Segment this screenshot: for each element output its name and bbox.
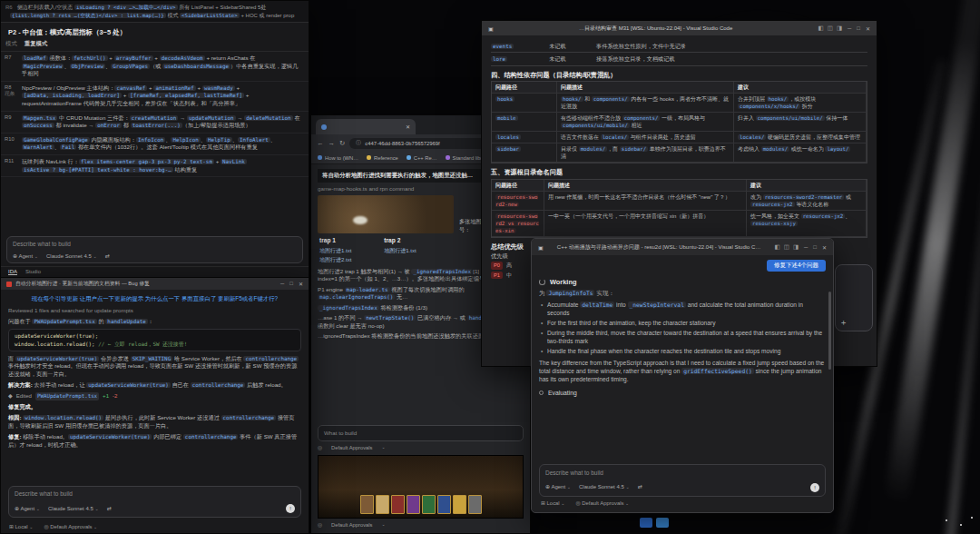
session-footer: ⊞ Local ⌄ ◎ Default Approvals ⌄	[1, 522, 309, 533]
window-vscode-chat: ▣ C++ 动画播放与寻路动画异步问题 - resu2d [WSL: Ubunt…	[531, 238, 834, 513]
model-dropdown[interactable]: Claude Sonnet 4.5 ⌄	[579, 483, 630, 491]
workspace-dropdown[interactable]: ⊞ Local ⌄	[541, 499, 565, 508]
vscode-logo-icon: ▣	[488, 25, 494, 32]
edited-file-row[interactable]: ◆ Edited PWAUpdatePrompt.tsx +1 -2	[8, 392, 301, 400]
chat-input[interactable]: Describe what to build ⊕ Agent ⌄ Claude …	[539, 464, 826, 496]
chat-input[interactable]: Describe what to build ⊕ Agent ⌄ Claude …	[8, 486, 301, 518]
tools-icon[interactable]: ⇄	[638, 483, 642, 491]
bookmark-favicon	[446, 155, 450, 160]
trap-file-link[interactable]: 地图行进1.txt	[319, 247, 351, 255]
close-icon[interactable]: ✕	[822, 244, 827, 251]
window-title: C++ 动画播放与寻路动画异步问题 - resu2d [WSL: Ubuntu-…	[549, 243, 769, 252]
layout-panel-icon[interactable]: ◫	[784, 243, 789, 251]
summary-line: R6侧边栏列表载入/空状态 isLoading ? <div …>…加载中…</…	[5, 4, 304, 12]
chat-input[interactable]: Describe what to build ⊕ Agent ⌄ Claude …	[6, 236, 303, 263]
working-status: Working	[539, 278, 826, 286]
add-context-icon[interactable]: ＋	[839, 319, 848, 327]
title-bar[interactable]: 自动分析地图行进 · 更新当前地图的文档资料 — Bug 修复 ─□✕	[1, 278, 309, 290]
reload-icon[interactable]: ↻	[339, 139, 345, 147]
send-button[interactable]: ↑	[286, 504, 295, 513]
agent-dropdown[interactable]: ⊕ Agent ⌄	[545, 483, 571, 491]
unit-portrait	[453, 495, 466, 514]
trap1-column: trap 1 地图行进1.txt地图行进2.txt	[319, 237, 351, 264]
tab-studio[interactable]: Studio	[25, 269, 41, 275]
maximize-icon[interactable]: □	[289, 281, 293, 287]
unit-portrait	[376, 495, 389, 514]
vscode-logo-icon: ▣	[538, 244, 544, 251]
unit-portrait	[391, 495, 405, 514]
code-block: updateServiceWorker(true);window.locatio…	[8, 329, 301, 351]
send-button[interactable]: ↑	[810, 483, 819, 492]
bookmark-favicon	[367, 155, 371, 160]
pattern-summary-strip: R6侧边栏列表载入/空状态 isLoading ? <div …>…加载中…</…	[1, 1, 309, 23]
wallpaper-speck	[971, 517, 973, 519]
title-bar[interactable]: ▣ C++ 动画播放与寻路动画异步问题 - resu2d [WSL: Ubunt…	[532, 239, 833, 255]
tools-icon[interactable]: ⇄	[105, 252, 110, 259]
assistant-text: 根因: window.location.reload() 是同步执行，此时新 S…	[8, 414, 301, 430]
minimize-icon[interactable]: ─	[280, 281, 284, 287]
layout-secondary-icon[interactable]: ◨	[793, 243, 799, 251]
approvals-dropdown[interactable]: ◎ Default Approvals ⌄	[44, 524, 98, 529]
bullet-item: For the first third of the animation, ke…	[539, 319, 826, 327]
fix-issues-button[interactable]: 修复下述4个问题	[767, 260, 826, 272]
agent-dropdown[interactable]: ⊕ Agent ⌄	[13, 252, 38, 259]
assistant-text: 为 JumpingInfoTs 实现：	[539, 289, 826, 297]
assistant-text: The key difference from the TypeScript a…	[539, 359, 826, 383]
layout-panel-icon[interactable]: ◫	[828, 25, 833, 32]
code-line: updateServiceWorker(true);	[15, 332, 295, 341]
site-info-icon[interactable]: ⓘ	[356, 139, 361, 147]
bookmark-item[interactable]: Reference	[367, 155, 398, 161]
maximize-icon[interactable]: □	[857, 25, 860, 32]
minimize-icon[interactable]: ─	[804, 244, 808, 251]
model-dropdown[interactable]: Claude Sonnet 4.5 ⌄	[48, 505, 99, 513]
back-icon[interactable]: ←	[317, 139, 324, 147]
layout-sidebar-icon[interactable]: ◧	[775, 243, 780, 251]
pattern-row: R9 Mapgen.tsx 中 CRUD Mutation 三件套：create…	[1, 112, 309, 134]
approvals-row[interactable]: ◎Default Approvals⌄	[318, 444, 524, 452]
tab-close-icon[interactable]: ✕	[406, 124, 410, 130]
taskbar-window-fragment[interactable]	[656, 518, 669, 528]
code-line: window.location.reload(); // ← 立即 reload…	[15, 341, 295, 349]
window-pattern-review: R6侧边栏列表载入/空状态 isLoading ? <div …>…加载中…</…	[0, 0, 309, 279]
unit-portrait	[422, 495, 436, 514]
tab-ida[interactable]: IDA	[8, 269, 17, 275]
close-icon[interactable]: ✕	[299, 281, 303, 287]
module-row: events 未记载 事件系统独立性原则，文件中无记录	[491, 40, 867, 53]
tools-icon[interactable]: ⇄	[107, 505, 112, 513]
session-footer: ⊞ Local ⌄ ◎ Default Approvals ⌄	[539, 497, 826, 508]
assistant-text: 解决方案: 去掉手动 reload，让 updateServiceWorker(…	[8, 381, 301, 390]
minimize-icon[interactable]: ─	[848, 25, 851, 32]
agent-dropdown[interactable]: ⊕ Agent ⌄	[15, 505, 40, 513]
spinner-icon	[539, 279, 545, 285]
wallpaper-speck	[946, 519, 947, 521]
tool-status: Reviewed 1 files and searched for update…	[8, 307, 301, 315]
map-screenshot-thumbnail[interactable]	[318, 195, 454, 233]
bullet-item: During the middle third, move the charac…	[539, 329, 826, 345]
trap-file-link[interactable]: 地图行进1.txt	[384, 247, 416, 255]
title-bar[interactable]: ▣ …目录结构审查 M31 [WSL: Ubuntu-22.04] - Visu…	[482, 21, 877, 35]
approvals-row[interactable]: ◎Default Approvals⌄	[318, 521, 524, 529]
forward-icon[interactable]: →	[328, 139, 336, 147]
bookmark-item[interactable]: How to (WN…	[318, 155, 358, 161]
trap-file-link[interactable]: 地图行进2.txt	[319, 256, 351, 264]
chat-input-fragment[interactable]: ＋	[835, 264, 873, 331]
workspace-dropdown[interactable]: ⊞ Local ⌄	[9, 524, 34, 529]
user-message: 现在每个引导更新 让用户点一下更新的提示 为什么点一下 界面直接白了 要刷新F5…	[8, 294, 301, 304]
module-row: lore 未记载 接落系统独立目录，文档或记载	[491, 53, 867, 65]
layout-secondary-icon[interactable]: ◨	[837, 25, 842, 32]
tab-favicon	[321, 124, 327, 130]
maximize-icon[interactable]: □	[813, 244, 817, 251]
approvals-dropdown[interactable]: ◎ Default Approvals ⌄	[576, 499, 630, 508]
summary-line: {list.length ? rets …(空状态)</div> : list.…	[5, 12, 304, 20]
model-dropdown[interactable]: Claude Sonnet 4.5 ⌄	[46, 253, 97, 259]
taskbar-window-fragment[interactable]	[640, 518, 652, 528]
shield-icon: ◎	[318, 444, 322, 452]
chat-input[interactable]: What to build	[318, 425, 524, 442]
diff-added: +1	[103, 392, 109, 400]
bookmark-item[interactable]: C++ Re…	[407, 155, 437, 161]
bullet-item: Accumulate deltaTime into _newStepInterv…	[539, 301, 826, 317]
close-icon[interactable]: ✕	[866, 25, 870, 32]
scrollbar[interactable]	[828, 292, 831, 370]
browser-tab[interactable]: ✕	[316, 119, 416, 134]
layout-sidebar-icon[interactable]: ◧	[818, 25, 824, 32]
